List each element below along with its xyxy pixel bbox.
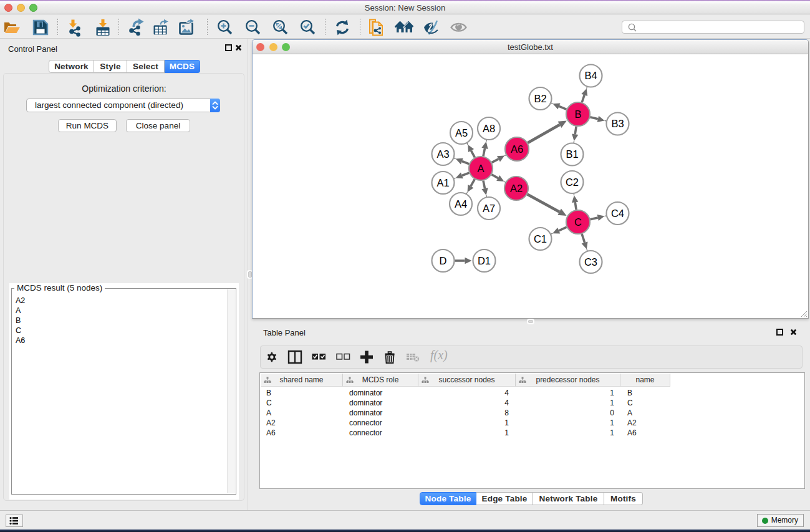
- svg-text:A5: A5: [455, 127, 468, 138]
- svg-text:C2: C2: [566, 177, 579, 188]
- svg-text:B: B: [574, 109, 581, 120]
- svg-text:D: D: [440, 255, 447, 266]
- svg-text:A3: A3: [436, 148, 449, 160]
- svg-text:C: C: [574, 216, 582, 228]
- svg-text:B2: B2: [534, 93, 546, 104]
- svg-text:B4: B4: [584, 70, 597, 81]
- svg-text:A6: A6: [511, 143, 523, 155]
- svg-text:B1: B1: [566, 148, 578, 160]
- svg-text:D1: D1: [478, 255, 491, 266]
- svg-text:C1: C1: [534, 233, 547, 244]
- svg-text:B3: B3: [611, 118, 624, 129]
- svg-text:A1: A1: [436, 177, 449, 188]
- svg-text:A7: A7: [483, 203, 495, 214]
- svg-text:A8: A8: [483, 123, 495, 134]
- svg-text:A4: A4: [455, 198, 467, 210]
- svg-text:A2: A2: [510, 183, 523, 194]
- svg-text:A: A: [477, 163, 484, 174]
- svg-text:C3: C3: [584, 256, 597, 268]
- svg-text:C4: C4: [611, 208, 624, 219]
